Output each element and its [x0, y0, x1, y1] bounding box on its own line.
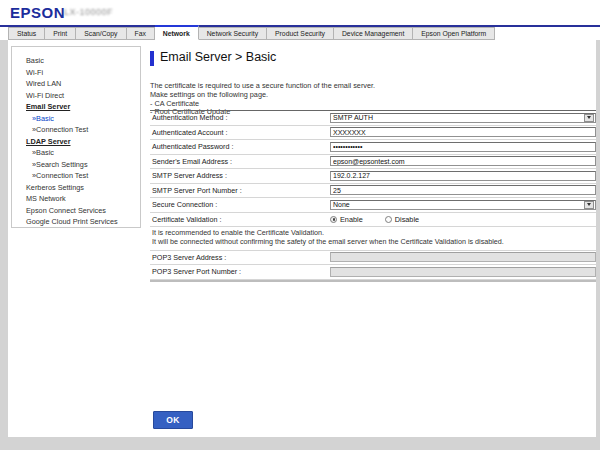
tab-product-security[interactable]: Product Security	[267, 27, 334, 40]
pop3-server-port-input	[330, 267, 596, 277]
sidebar-item-ms-network[interactable]: MS Network	[12, 193, 140, 205]
form-row-sender-email: Sender's Email Address :	[150, 155, 596, 170]
disable-radio[interactable]	[385, 216, 392, 223]
selected-value: None	[331, 201, 350, 208]
field-label: POP3 Server Address :	[150, 253, 330, 262]
sidebar-item-wifi[interactable]: Wi-Fi	[12, 67, 140, 79]
email-server-form: Authentication Method : SMTP AUTH Authen…	[150, 110, 596, 282]
tab-fax[interactable]: Fax	[127, 27, 155, 40]
tab-print[interactable]: Print	[45, 27, 76, 40]
page-title: Email Server > Basic	[160, 50, 276, 64]
form-row-smtp-address: SMTP Server Address :	[150, 169, 596, 184]
enable-radio[interactable]	[330, 216, 337, 223]
field-label: POP3 Server Port Number :	[150, 267, 330, 276]
chevron-down-icon	[587, 203, 591, 206]
field-label: SMTP Server Address :	[150, 171, 330, 180]
form-row-authenticated-account: Authenticated Account :	[150, 126, 596, 141]
form-row-secure-connection: Secure Connection : None	[150, 198, 596, 213]
sidebar-item-basic[interactable]: Basic	[12, 55, 140, 67]
authenticated-account-input[interactable]	[330, 127, 596, 137]
form-row-pop3-port: POP3 Server Port Number :	[150, 265, 596, 280]
sender-email-input[interactable]	[330, 156, 596, 166]
form-row-certificate-validation: Certificate Validation : Enable Disable	[150, 213, 596, 228]
field-label: Secure Connection :	[150, 200, 330, 209]
sidebar-item-email-server-connection-test[interactable]: »Connection Test	[12, 124, 140, 136]
network-sidebar: Basic Wi-Fi Wired LAN Wi-Fi Direct Email…	[11, 46, 141, 228]
disable-radio-label: Disable	[395, 215, 419, 224]
epson-logo: EPSON	[10, 4, 65, 21]
dropdown-button[interactable]	[584, 201, 594, 210]
sidebar-item-ldap-server[interactable]: LDAP Server	[12, 136, 140, 148]
certificate-validation-note: It is recommended to enable the Certific…	[150, 227, 596, 251]
content-panel: Basic Wi-Fi Wired LAN Wi-Fi Direct Email…	[8, 40, 596, 437]
field-label: Authenticated Account :	[150, 128, 330, 137]
enable-radio-label: Enable	[340, 215, 363, 224]
sidebar-item-email-server[interactable]: Email Server	[12, 101, 140, 113]
field-label: Sender's Email Address :	[150, 157, 330, 166]
form-row-authentication-method: Authentication Method : SMTP AUTH	[150, 111, 596, 126]
form-bottom-border	[150, 280, 596, 282]
sidebar-item-kerberos-settings[interactable]: Kerberos Settings	[12, 182, 140, 194]
field-label: SMTP Server Port Number :	[150, 186, 330, 195]
ok-button[interactable]: OK	[153, 411, 193, 429]
sidebar-item-ldap-search-settings[interactable]: »Search Settings	[12, 159, 140, 171]
sidebar-item-wifi-direct[interactable]: Wi-Fi Direct	[12, 90, 140, 102]
dropdown-button[interactable]	[584, 114, 594, 123]
app-header: EPSON LX-10000F	[0, 0, 600, 25]
tab-status[interactable]: Status	[8, 27, 45, 40]
form-row-smtp-port: SMTP Server Port Number :	[150, 184, 596, 199]
authenticated-password-input[interactable]	[330, 142, 596, 152]
field-label: Certificate Validation :	[150, 215, 330, 224]
tab-epson-open-platform[interactable]: Epson Open Platform	[413, 27, 495, 40]
smtp-server-port-input[interactable]	[330, 185, 596, 195]
sidebar-item-wired-lan[interactable]: Wired LAN	[12, 78, 140, 90]
field-label: Authenticated Password :	[150, 142, 330, 151]
sidebar-item-epson-connect-services[interactable]: Epson Connect Services	[12, 205, 140, 217]
tab-device-management[interactable]: Device Management	[334, 27, 413, 40]
form-row-pop3-address: POP3 Server Address :	[150, 251, 596, 266]
tab-bar: Status Print Scan/Copy Fax Network Netwo…	[0, 27, 600, 40]
printer-model-name: LX-10000F	[64, 7, 113, 17]
certificate-validation-radio-group: Enable Disable	[330, 215, 419, 224]
pop3-server-address-input	[330, 252, 596, 262]
sidebar-item-google-cloud-print-services[interactable]: Google Cloud Print Services	[12, 216, 140, 228]
tab-network-security[interactable]: Network Security	[199, 27, 267, 40]
tab-network[interactable]: Network	[155, 25, 199, 40]
sidebar-item-ldap-connection-test[interactable]: »Connection Test	[12, 170, 140, 182]
secure-connection-select[interactable]: None	[330, 200, 596, 211]
title-accent-bar	[150, 51, 154, 66]
form-row-authenticated-password: Authenticated Password :	[150, 140, 596, 155]
smtp-server-address-input[interactable]	[330, 171, 596, 181]
selected-value: SMTP AUTH	[331, 114, 373, 121]
field-label: Authentication Method :	[150, 113, 330, 122]
sidebar-item-email-server-basic[interactable]: »Basic	[12, 113, 140, 125]
authentication-method-select[interactable]: SMTP AUTH	[330, 113, 596, 124]
tab-scan-copy[interactable]: Scan/Copy	[76, 27, 126, 40]
chevron-down-icon	[587, 116, 591, 119]
note-line: It will be connected without confirming …	[152, 238, 596, 247]
sidebar-item-ldap-basic[interactable]: »Basic	[12, 147, 140, 159]
